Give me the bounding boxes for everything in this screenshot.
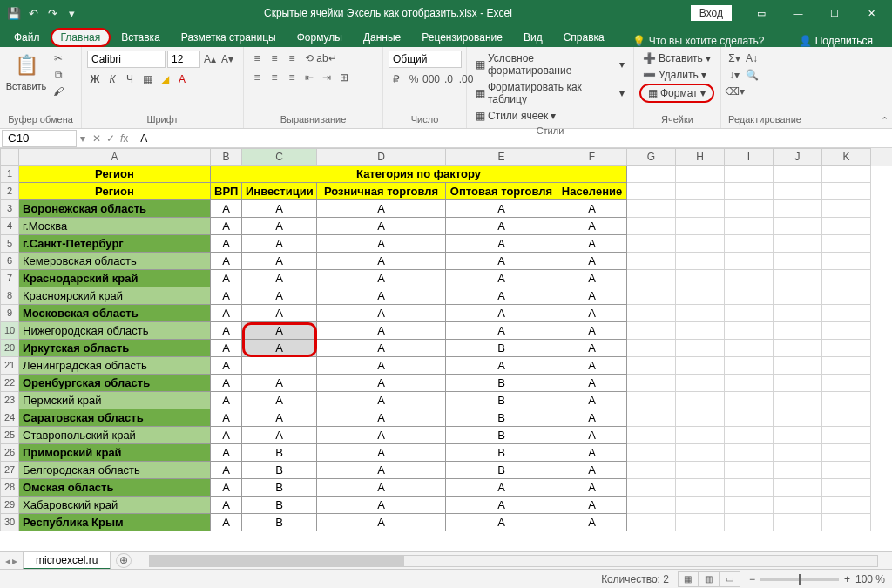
cell-F26[interactable]: A xyxy=(558,444,627,462)
cell-G20[interactable] xyxy=(627,340,676,357)
cell-H28[interactable] xyxy=(676,479,725,497)
cell-B6[interactable]: A xyxy=(211,253,242,270)
cell-H29[interactable] xyxy=(676,497,725,514)
maximize-icon[interactable]: ☐ xyxy=(817,0,852,26)
cell-G1[interactable] xyxy=(627,166,676,183)
increase-decimal-icon[interactable]: .0 xyxy=(441,71,456,87)
cell-H10[interactable] xyxy=(676,322,725,340)
column-header-D[interactable]: D xyxy=(317,148,446,166)
tab-formulas[interactable]: Формулы xyxy=(287,28,353,47)
column-header-I[interactable]: I xyxy=(725,148,774,166)
tab-insert[interactable]: Вставка xyxy=(111,28,171,47)
cell-I25[interactable] xyxy=(725,427,774,444)
qat-dropdown-icon[interactable]: ▾ xyxy=(64,6,78,20)
cell-E23[interactable]: B xyxy=(446,392,558,409)
row-header-1[interactable]: 1 xyxy=(0,166,19,183)
column-header-C[interactable]: C xyxy=(242,148,317,166)
row-header-25[interactable]: 25 xyxy=(0,427,19,444)
cell-A25[interactable]: Ставропольский край xyxy=(19,427,211,444)
cell-B7[interactable]: A xyxy=(211,270,242,287)
cell-G8[interactable] xyxy=(627,287,676,305)
cell-C10[interactable]: A xyxy=(242,322,317,340)
cell-E3[interactable]: A xyxy=(446,200,558,218)
tell-me-search[interactable]: 💡 Что вы хотите сделать? xyxy=(632,35,765,47)
cell-J8[interactable] xyxy=(774,287,822,305)
cell-H9[interactable] xyxy=(676,305,725,322)
sheet-tab-active[interactable]: microexcel.ru xyxy=(23,551,111,570)
cell-B8[interactable]: A xyxy=(211,287,242,305)
cell-J22[interactable] xyxy=(774,375,822,392)
cell-J27[interactable] xyxy=(774,462,822,479)
currency-icon[interactable]: ₽ xyxy=(389,71,404,87)
cell-D23[interactable]: A xyxy=(317,392,446,409)
login-button[interactable]: Вход xyxy=(691,5,732,21)
cell-A6[interactable]: Кемеровская область xyxy=(19,253,211,270)
tab-home[interactable]: Главная xyxy=(51,28,112,47)
cell-J6[interactable] xyxy=(774,253,822,270)
cell-A5[interactable]: г.Санкт-Петербург xyxy=(19,235,211,253)
cell-H3[interactable] xyxy=(676,200,725,218)
row-header-29[interactable]: 29 xyxy=(0,497,19,514)
cell-K27[interactable] xyxy=(822,462,871,479)
cell-J1[interactable] xyxy=(774,166,822,183)
row-header-24[interactable]: 24 xyxy=(0,409,19,427)
cell-C29[interactable]: B xyxy=(242,497,317,514)
decrease-indent-icon[interactable]: ⇤ xyxy=(301,70,317,85)
decrease-font-icon[interactable]: A▾ xyxy=(220,51,235,67)
cell-J28[interactable] xyxy=(774,479,822,497)
cell-F4[interactable]: A xyxy=(558,218,627,235)
redo-icon[interactable]: ↷ xyxy=(45,6,59,20)
new-sheet-button[interactable]: ⊕ xyxy=(116,553,132,568)
cell-I8[interactable] xyxy=(725,287,774,305)
cell-C25[interactable]: A xyxy=(242,427,317,444)
cell-J2[interactable] xyxy=(774,183,822,200)
cell-F29[interactable]: A xyxy=(558,497,627,514)
cell-E28[interactable]: A xyxy=(446,479,558,497)
cell-J4[interactable] xyxy=(774,218,822,235)
cell-H24[interactable] xyxy=(676,409,725,427)
cell-C26[interactable]: B xyxy=(242,444,317,462)
font-name-select[interactable] xyxy=(87,51,166,68)
cell-K21[interactable] xyxy=(822,357,871,375)
cut-icon[interactable]: ✂ xyxy=(51,51,66,66)
format-as-table-button[interactable]: ▦Форматировать как таблицу▾ xyxy=(472,79,628,107)
cell-K24[interactable] xyxy=(822,409,871,427)
cell-H23[interactable] xyxy=(676,392,725,409)
italic-icon[interactable]: К xyxy=(105,71,120,87)
cell-C28[interactable]: B xyxy=(242,479,317,497)
cell-I3[interactable] xyxy=(725,200,774,218)
collapse-ribbon-icon[interactable]: ⌃ xyxy=(881,115,889,126)
column-header-B[interactable]: B xyxy=(211,148,242,166)
column-header-A[interactable]: A xyxy=(19,148,211,166)
cell-D26[interactable]: A xyxy=(317,444,446,462)
row-header-4[interactable]: 4 xyxy=(0,218,19,235)
cell-E2[interactable]: Оптовая торговля xyxy=(446,183,558,200)
cell-I22[interactable] xyxy=(725,375,774,392)
cell-J21[interactable] xyxy=(774,357,822,375)
row-header-23[interactable]: 23 xyxy=(0,392,19,409)
normal-view-icon[interactable]: ▦ xyxy=(678,571,699,587)
cancel-formula-icon[interactable]: ✕ xyxy=(92,132,101,145)
cell-D3[interactable]: A xyxy=(317,200,446,218)
page-layout-view-icon[interactable]: ▥ xyxy=(699,571,720,587)
increase-font-icon[interactable]: A▴ xyxy=(202,51,218,67)
clear-icon[interactable]: ⌫▾ xyxy=(726,84,742,99)
cell-H25[interactable] xyxy=(676,427,725,444)
cell-C6[interactable]: A xyxy=(242,253,317,270)
tab-data[interactable]: Данные xyxy=(353,28,411,47)
cell-F3[interactable]: A xyxy=(558,200,627,218)
paste-button[interactable]: 📋 Вставить xyxy=(5,51,47,95)
cell-C9[interactable]: A xyxy=(242,305,317,322)
cell-G27[interactable] xyxy=(627,462,676,479)
cell-D24[interactable]: A xyxy=(317,409,446,427)
cell-D5[interactable]: A xyxy=(317,235,446,253)
cell-K22[interactable] xyxy=(822,375,871,392)
cell-H26[interactable] xyxy=(676,444,725,462)
cell-E24[interactable]: B xyxy=(446,409,558,427)
sort-icon[interactable]: A↓ xyxy=(744,51,760,66)
cell-B23[interactable]: A xyxy=(211,392,242,409)
cell-D28[interactable]: A xyxy=(317,479,446,497)
cell-A21[interactable]: Ленинградская область xyxy=(19,357,211,375)
cell-A9[interactable]: Московская область xyxy=(19,305,211,322)
cell-E22[interactable]: B xyxy=(446,375,558,392)
